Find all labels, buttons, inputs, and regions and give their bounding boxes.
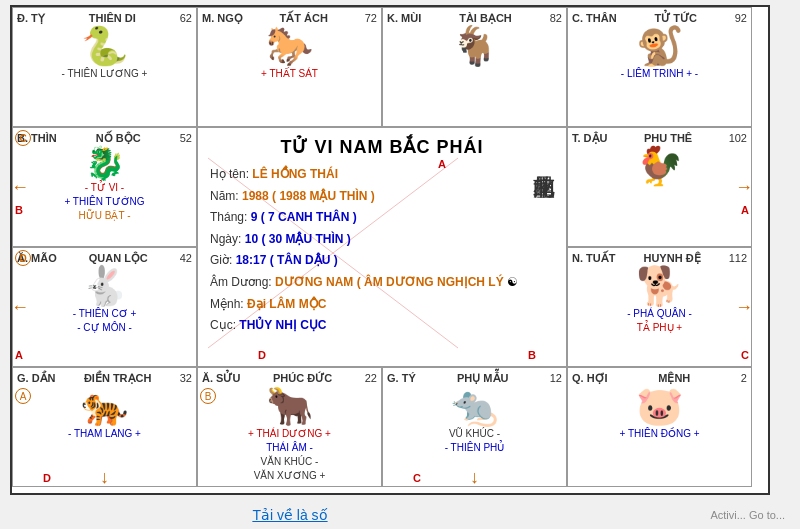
cell-g-dan-num: 32 (180, 372, 192, 384)
center-d-label: D (258, 349, 266, 361)
ho-ten-value: LÊ HỒNG THÁI (252, 167, 338, 181)
cell-a-mao-stars: - THIÊN CƠ + - CỰ MÔN - (17, 307, 192, 335)
download-link[interactable]: Tải về là số (252, 507, 327, 523)
arrow-right-icon-2: → (735, 297, 752, 318)
cell-m-ngo-right: TẤT ÁCH (280, 12, 328, 25)
cell-k-mui-animal: 🐐 (387, 27, 562, 65)
center-info: Họ tên: LÊ HỒNG THÁI Năm: 1988 ( 1988 MẬ… (210, 164, 554, 337)
chart-container: Đ. TỴ THIÊN DI 62 🐍 - THIÊN LƯƠNG + M. N… (10, 5, 770, 495)
corner-b-label: B (200, 388, 216, 404)
cell-a-mao-animal: 🐇 (17, 267, 192, 305)
cell-c-than-num: 92 (735, 12, 747, 24)
cell-k-mui: K. MÙI TÀI BẠCH 82 🐐 (382, 7, 567, 127)
cell-n-tuat-animal: 🐕 (572, 267, 747, 305)
bottom-c-label: C (413, 472, 421, 484)
cell-g-ty: G. TÝ PHỤ MẪU 12 🐀 VŨ KHÚC - - THIÊN PHỦ… (382, 367, 567, 487)
cell-d-ty-right: THIÊN DI (89, 12, 136, 24)
cell-t-dau-right: PHU THÊ (644, 132, 692, 144)
star-van-xuong: VĂN XƯƠNG + (254, 470, 326, 481)
bottom-d-label: D (43, 472, 51, 484)
cell-t-dau: T. DẬU PHU THÊ 102 🐓 → A (567, 127, 752, 247)
cell-n-tuat-stars: - PHÁ QUÂN - TẢ PHỤ + (572, 307, 747, 335)
arrow-down-icon-c: ↓ (470, 467, 479, 487)
cell-d-ty-left: Đ. TỴ (17, 12, 45, 25)
corner-d-label: D (15, 250, 31, 266)
star-huu-bat: HỮU BẬT - (79, 210, 131, 221)
cell-m-ngo: M. NGỌ TẤT ÁCH 72 🐎 + THẤT SÁT (197, 7, 382, 127)
gio-label: Giờ: (210, 253, 232, 267)
cell-a-mao-num: 42 (180, 252, 192, 264)
side-a-label: A (15, 349, 23, 361)
cell-d-ty: Đ. TỴ THIÊN DI 62 🐍 - THIÊN LƯƠNG + (12, 7, 197, 127)
cell-g-ty-left: G. TÝ (387, 372, 416, 384)
cell-q-hoi-num: 2 (741, 372, 747, 384)
center-b-label: B (528, 349, 536, 361)
arrow-down-icon-d: ↓ (100, 467, 109, 487)
nam-label: Năm: (210, 189, 239, 203)
star-tu-vi: - TỬ VI - (85, 182, 124, 193)
cell-q-hoi-stars: + THIÊN ĐỒNG + (572, 427, 747, 441)
nam-value: 1988 ( 1988 MẬU THÌN ) (242, 189, 375, 203)
cell-a-suu-right: PHÚC ĐỨC (273, 372, 332, 385)
cell-b-thin-num: 52 (180, 132, 192, 144)
cell-t-dau-animal: 🐓 (572, 147, 747, 185)
star-vu-khuc: VŨ KHÚC - (449, 428, 500, 439)
bottom-bar: Tải về là số (10, 506, 570, 524)
cell-t-dau-num: 102 (729, 132, 747, 144)
cell-g-dan: G. DẦN ĐIỀN TRẠCH 32 A 🐅 - THAM LANG + ↓… (12, 367, 197, 487)
thang-value: 9 ( 7 CANH THÂN ) (251, 210, 357, 224)
cell-a-mao-right: QUAN LỘC (89, 252, 148, 265)
cuc-value: THỦY NHỊ CỤC (239, 318, 326, 332)
star-thai-duong: + THÁI DƯƠNG + (248, 428, 331, 439)
cuc-label: Cục: (210, 318, 236, 332)
am-duong-label: Âm Dương: (210, 275, 272, 289)
cell-q-hoi-right: MỆNH (658, 372, 690, 385)
cell-q-hoi: Q. HỢI MỆNH 2 🐷 + THIÊN ĐỒNG + (567, 367, 752, 487)
corner-c-label: C (15, 130, 31, 146)
star-tham-lang: - THAM LANG + (68, 428, 141, 439)
star-thien-phu: - THIÊN PHỦ (445, 442, 505, 453)
yin-yang-icon: ☯ (504, 275, 518, 289)
cell-b-thin-stars: - TỬ VI - + THIÊN TƯỚNG HỮU BẬT - (17, 181, 192, 223)
ngay-value: 10 ( 30 MẬU THÌN ) (245, 232, 351, 246)
corner-a-label-bot: A (15, 388, 31, 404)
cell-k-mui-right: TÀI BẠCH (459, 12, 512, 25)
cell-t-dau-left: T. DẬU (572, 132, 608, 145)
cell-c-than-left: C. THÂN (572, 12, 617, 24)
cell-n-tuat-right: HUYNH ĐỆ (643, 252, 700, 265)
cell-g-dan-animal: 🐅 (17, 387, 192, 425)
cell-m-ngo-num: 72 (365, 12, 377, 24)
star-thai-am: THÁI ÂM - (266, 442, 313, 453)
arrow-left-icon-2: ← (12, 297, 29, 318)
cell-q-hoi-left: Q. HỢI (572, 372, 608, 385)
cell-d-ty-stars: - THIÊN LƯƠNG + (17, 67, 192, 81)
center-cell: TỬ VI NAM BẮC PHÁI A Họ tên: LÊ HỒNG THÁ… (197, 127, 567, 367)
ho-ten-label: Họ tên: (210, 167, 249, 181)
cell-c-than-right: TỬ TỨC (654, 12, 696, 25)
cell-k-mui-left: K. MÙI (387, 12, 421, 24)
cell-g-ty-stars: VŨ KHÚC - - THIÊN PHỦ (387, 427, 562, 455)
cell-a-suu-left: Ă. SỬU (202, 372, 240, 385)
side-b-label: B (15, 204, 23, 216)
cell-n-tuat-num: 112 (729, 252, 747, 264)
cell-d-ty-num: 62 (180, 12, 192, 24)
cell-c-than-animal: 🐒 (572, 27, 747, 65)
cell-m-ngo-animal: 🐎 (202, 27, 377, 65)
star-thien-luong: - THIÊN LƯƠNG + (62, 68, 148, 79)
star-pha-quan: - PHÁ QUÂN - (627, 308, 691, 319)
cell-c-than: C. THÂN TỬ TỨC 92 🐒 - LIÊM TRINH + - (567, 7, 752, 127)
menh-value: Đại LÂM MỘC (247, 297, 326, 311)
star-thien-dong: + THIÊN ĐỒNG + (619, 428, 699, 439)
star-thien-co: - THIÊN CƠ + (73, 308, 137, 319)
cell-g-dan-right: ĐIỀN TRẠCH (84, 372, 152, 385)
cell-n-tuat: N. TUẤT HUYNH ĐỆ 112 🐕 - PHÁ QUÂN - TẢ P… (567, 247, 752, 367)
cell-d-ty-animal: 🐍 (17, 27, 192, 65)
am-duong-value: DƯƠNG NAM ( ÂM DƯƠNG NGHỊCH LÝ (275, 275, 504, 289)
cell-k-mui-num: 82 (550, 12, 562, 24)
cell-c-than-stars: - LIÊM TRINH + - (572, 67, 747, 81)
star-cu-mon: - CỰ MÔN - (77, 322, 132, 333)
cell-m-ngo-stars: + THẤT SÁT (202, 67, 377, 81)
menh-label: Mệnh: (210, 297, 244, 311)
cell-m-ngo-left: M. NGỌ (202, 12, 243, 25)
star-van-khuc-1: VĂN KHÚC - (261, 456, 319, 467)
